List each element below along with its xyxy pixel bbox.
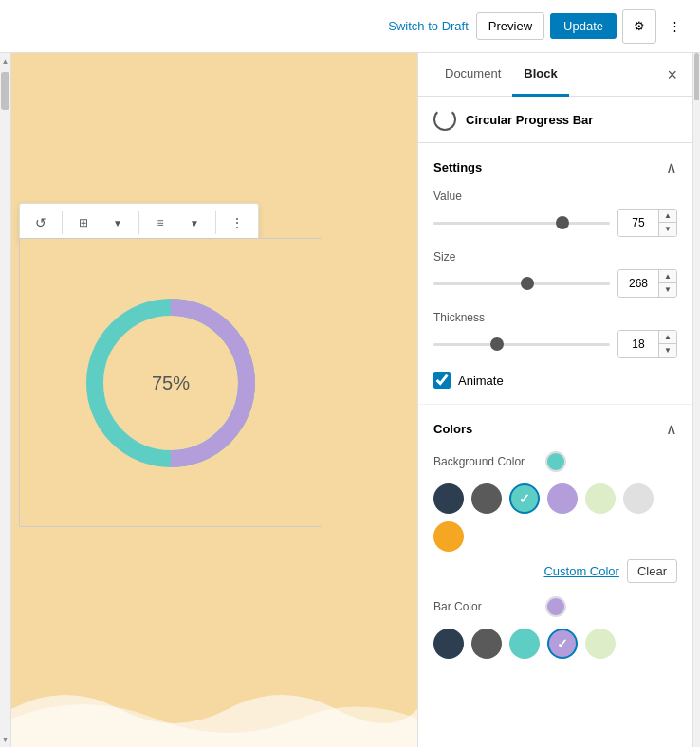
bg-swatch-dark-navy[interactable] <box>433 483 464 514</box>
background-color-palette: ✓ <box>433 483 677 552</box>
thickness-label: Thickness <box>433 311 677 324</box>
preview-button[interactable]: Preview <box>476 12 544 40</box>
align-chevron-button[interactable]: ▼ <box>102 208 133 238</box>
value-increment-button[interactable]: ▲ <box>659 210 676 223</box>
size-slider[interactable] <box>433 282 610 285</box>
bar-color-row: Bar Color <box>433 596 677 617</box>
text-align-chevron-button[interactable]: ▼ <box>179 208 210 238</box>
bar-color-selected-swatch[interactable] <box>545 596 566 617</box>
panel-tabs-left: Document Block <box>433 53 569 96</box>
side-panel: Document Block × Circular Progress Bar S… <box>417 53 692 747</box>
animate-label: Animate <box>458 374 504 388</box>
settings-section-header: Settings ∧ <box>433 158 677 176</box>
bar-color-label: Bar Color <box>433 600 538 613</box>
size-label: Size <box>433 250 677 264</box>
bar-color-palette: ✓ <box>433 629 677 659</box>
bar-swatch-light-mint[interactable] <box>585 629 616 659</box>
animate-row: Animate <box>433 372 677 389</box>
panel-close-button[interactable]: × <box>667 66 677 83</box>
settings-collapse-button[interactable]: ∧ <box>666 158 677 176</box>
document-tab[interactable]: Document <box>433 53 512 97</box>
bg-swatch-teal[interactable]: ✓ <box>509 483 540 514</box>
bar-swatch-lavender[interactable]: ✓ <box>547 629 578 659</box>
toolbar-divider-3 <box>215 211 216 234</box>
checkmark-icon: ✓ <box>519 491 530 506</box>
size-spinners: ▲ ▼ <box>658 270 676 297</box>
bg-swatch-dark-gray[interactable] <box>471 483 502 514</box>
size-slider-row: ▲ ▼ <box>433 269 677 298</box>
settings-section: Settings ∧ Value ▲ ▼ <box>418 143 692 405</box>
vertical-dots-icon: ⋮ <box>669 19 681 33</box>
gear-icon: ⚙ <box>634 19 645 33</box>
panel-tabs: Document Block × <box>418 53 692 97</box>
thickness-slider[interactable] <box>433 343 610 346</box>
colors-section-title: Colors <box>433 422 472 436</box>
right-scroll-thumb <box>694 53 699 100</box>
colors-collapse-button[interactable]: ∧ <box>666 420 677 438</box>
align-button[interactable]: ⊞ <box>68 208 99 238</box>
value-label: Value <box>433 190 677 203</box>
block-toolbar: ↺ ⊞ ▼ ≡ ▼ ⋮ <box>19 203 259 243</box>
bar-swatch-dark-navy[interactable] <box>433 629 464 659</box>
checkmark-icon-bar: ✓ <box>557 636 568 651</box>
progress-label: 75% <box>152 372 190 393</box>
more-options-toolbar-button[interactable]: ⋮ <box>222 208 252 238</box>
background-color-label: Background Color <box>433 455 538 468</box>
value-number-wrap: ▲ ▼ <box>617 209 677 237</box>
toolbar-divider-2 <box>138 211 139 234</box>
size-increment-button[interactable]: ▲ <box>659 270 676 283</box>
animate-checkbox[interactable] <box>433 372 451 389</box>
circular-progress-icon <box>433 108 456 131</box>
progress-svg-container: 75% <box>76 288 266 478</box>
size-decrement-button[interactable]: ▼ <box>659 283 676 297</box>
thickness-decrement-button[interactable]: ▼ <box>659 344 676 357</box>
bg-swatch-light-mint[interactable] <box>585 483 616 514</box>
value-row: Value ▲ ▼ <box>433 190 677 237</box>
update-button[interactable]: Update <box>550 13 617 39</box>
thickness-slider-row: ▲ ▼ <box>433 330 677 358</box>
text-align-button[interactable]: ≡ <box>145 208 175 238</box>
thickness-increment-button[interactable]: ▲ <box>659 331 676 344</box>
left-scrollbar: ▲ ▼ <box>0 53 11 747</box>
size-number-wrap: ▲ ▼ <box>617 269 677 298</box>
background-color-selected-swatch[interactable] <box>545 451 566 472</box>
text-align-icon: ≡ <box>157 216 163 229</box>
more-options-button[interactable]: ⋮ <box>660 9 689 44</box>
top-bar: Switch to Draft Preview Update ⚙ ⋮ <box>0 0 700 53</box>
scroll-down-arrow[interactable]: ▼ <box>0 732 11 747</box>
thickness-number-input[interactable] <box>618 331 658 357</box>
bg-swatch-light-gray[interactable] <box>623 483 654 514</box>
size-row: Size ▲ ▼ <box>433 250 677 298</box>
block-tab[interactable]: Block <box>512 53 568 97</box>
block-header: Circular Progress Bar <box>418 97 692 143</box>
switch-to-draft-button[interactable]: Switch to Draft <box>388 19 469 33</box>
bg-swatch-lavender[interactable] <box>547 483 578 514</box>
custom-color-button[interactable]: Custom Color <box>543 564 618 578</box>
value-slider[interactable] <box>433 222 610 225</box>
bg-swatch-orange[interactable] <box>433 521 464 552</box>
main-layout: ▲ ▼ ↺ ⊞ ▼ ≡ ▼ <box>0 53 700 747</box>
size-number-input[interactable] <box>618 270 658 297</box>
toolbar-divider-1 <box>62 211 63 234</box>
block-container: 75% <box>19 238 322 527</box>
color-actions: Custom Color Clear <box>433 559 677 583</box>
rotate-icon: ↺ <box>35 215 46 230</box>
rotate-icon-button[interactable]: ↺ <box>26 208 56 238</box>
background-color-row: Background Color <box>433 451 677 472</box>
right-scrollbar <box>692 53 700 747</box>
bar-swatch-teal[interactable] <box>509 629 540 659</box>
thickness-row: Thickness ▲ ▼ <box>433 311 677 358</box>
settings-section-title: Settings <box>433 160 482 174</box>
bar-swatch-dark-gray[interactable] <box>471 629 502 659</box>
wave-svg <box>11 671 417 747</box>
value-number-input[interactable] <box>618 210 658 236</box>
clear-color-button[interactable]: Clear <box>627 559 677 583</box>
wave-decoration <box>11 671 417 747</box>
value-decrement-button[interactable]: ▼ <box>659 223 676 236</box>
block-title: Circular Progress Bar <box>466 113 593 127</box>
scroll-track <box>0 68 10 732</box>
settings-icon-button[interactable]: ⚙ <box>622 9 656 44</box>
scroll-up-arrow[interactable]: ▲ <box>0 53 11 68</box>
value-slider-row: ▲ ▼ <box>433 209 677 237</box>
vertical-dots-icon-2: ⋮ <box>230 215 244 230</box>
